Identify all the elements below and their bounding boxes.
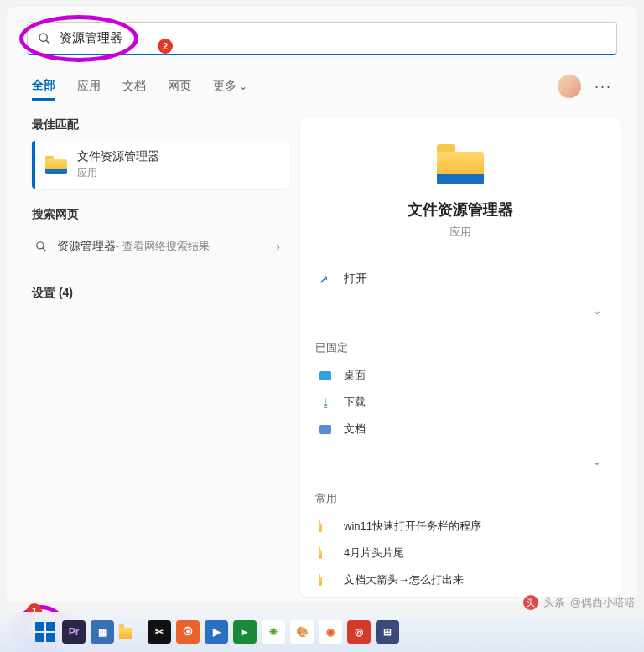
taskbar-app-red-icon[interactable]: ◎ [347, 620, 371, 644]
web-search-header: 搜索网页 [32, 207, 300, 222]
tab-apps[interactable]: 应用 [77, 74, 101, 99]
preview-subtitle: 应用 [315, 225, 605, 240]
preview-pane: 文件资源管理器 应用 ↗ 打开 ⌄ 已固定 桌面⭳下载文档 ⌄ 常用 win11… [300, 117, 621, 597]
pinned-item[interactable]: 文档 [315, 416, 605, 442]
taskbar-evernote-icon[interactable]: ❋ [262, 620, 285, 644]
web-suffix: - 查看网络搜索结果 [116, 239, 210, 254]
open-icon: ↗ [319, 272, 332, 286]
frequent-item[interactable]: 4月片头片尾 [315, 540, 605, 567]
svg-line-3 [43, 248, 46, 251]
frequent-header: 常用 [315, 491, 605, 506]
file-explorer-large-icon [437, 144, 484, 184]
user-avatar[interactable] [558, 75, 581, 98]
tab-web[interactable]: 网页 [168, 74, 191, 99]
watermark-icon: 头 [523, 595, 538, 610]
frequent-item[interactable]: win11快速打开任务栏的程序 [315, 513, 605, 540]
pinned-item-icon [319, 423, 332, 435]
pinned-item[interactable]: ⭳下载 [315, 389, 605, 416]
taskbar-media-icon[interactable]: ▸ [233, 620, 257, 644]
svg-point-0 [39, 34, 47, 41]
best-match-subtitle: 应用 [77, 166, 159, 180]
svg-line-1 [46, 40, 49, 44]
tab-docs[interactable]: 文档 [122, 74, 146, 99]
settings-results[interactable]: 设置 (4) [32, 281, 300, 306]
taskbar-premiere-icon[interactable]: Pr [62, 620, 86, 644]
taskbar-app-orange-icon[interactable]: ⦿ [176, 620, 200, 644]
pinned-header: 已固定 [315, 340, 605, 355]
watermark: 头 头条 @偶西小嗒嗒 [523, 595, 636, 610]
folder-icon [319, 520, 332, 532]
preview-title: 文件资源管理器 [315, 199, 605, 220]
pinned-item[interactable]: 桌面 [315, 362, 605, 389]
chevron-down-icon: ⌄ [592, 303, 602, 317]
best-match-title: 文件资源管理器 [77, 149, 159, 164]
tab-more[interactable]: 更多 [213, 74, 247, 99]
chevron-right-icon: › [276, 240, 280, 253]
search-icon [38, 32, 51, 45]
search-icon [35, 241, 47, 252]
taskbar-start-icon[interactable] [34, 620, 57, 644]
expand-action[interactable]: ⌄ [315, 295, 605, 325]
file-explorer-icon [45, 156, 67, 174]
taskbar-grid-icon[interactable]: ⊞ [376, 620, 399, 644]
pinned-item-icon: ⭳ [319, 396, 332, 408]
taskbar-explorer-icon[interactable] [119, 620, 143, 644]
chevron-down-icon: ⌄ [592, 454, 602, 468]
tab-all[interactable]: 全部 [32, 73, 55, 101]
frequent-item[interactable]: 文档大箭头→怎么打出来 [315, 567, 605, 593]
taskbar-firefox-icon[interactable]: ◉ [319, 620, 342, 644]
taskbar-capcut-icon[interactable]: ✂ [148, 620, 171, 644]
annotation-badge-2: 2 [158, 39, 173, 54]
folder-icon [319, 547, 332, 559]
folder-icon [319, 574, 332, 586]
search-bar[interactable] [27, 22, 617, 55]
taskbar: Pr▦✂⦿▶▸❋🎨◉◎⊞ [0, 612, 644, 652]
more-options-icon[interactable]: ··· [595, 78, 612, 96]
filter-tabs: 全部 应用 文档 网页 更多 ··· [7, 64, 637, 102]
web-term: 资源管理器 [57, 239, 116, 254]
search-input[interactable] [60, 31, 606, 45]
best-match-header: 最佳匹配 [32, 117, 300, 132]
taskbar-video-icon[interactable]: ▶ [205, 620, 228, 644]
taskbar-paint-icon[interactable]: 🎨 [290, 620, 314, 644]
expand-pinned[interactable]: ⌄ [315, 446, 605, 476]
taskbar-calculator-icon[interactable]: ▦ [91, 620, 114, 644]
best-match-result[interactable]: 文件资源管理器 应用 [32, 141, 290, 189]
open-action[interactable]: ↗ 打开 [315, 263, 605, 295]
pinned-item-icon [319, 370, 332, 381]
svg-point-2 [37, 242, 44, 249]
web-search-result[interactable]: 资源管理器 - 查看网络搜索结果 › [32, 230, 290, 262]
